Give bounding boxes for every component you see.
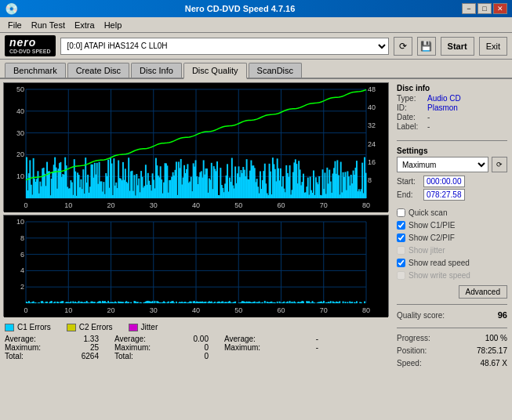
c1-total-value: 6264 [82, 352, 99, 360]
jitter-legend: Jitter [129, 323, 158, 331]
maximize-button[interactable]: □ [478, 3, 492, 14]
app-icon: 💿 [5, 2, 18, 15]
menu-file[interactable]: File [3, 19, 27, 31]
end-row: End: 078:27.58 [397, 189, 507, 201]
quality-score-row: Quality score: 96 [397, 310, 507, 320]
c2pif-label: Show C2/PIF [409, 234, 455, 242]
logo-top: nero [9, 37, 51, 49]
c2pif-checkbox[interactable] [397, 234, 405, 242]
chart-area: C1 Errors C2 Errors Jitter Average: 1.33… [0, 79, 392, 419]
jitter-checkbox[interactable] [397, 246, 405, 255]
position-label: Position: [397, 346, 427, 355]
speed-select[interactable]: Maximum [397, 157, 488, 172]
speed-row: Maximum ⟳ [397, 157, 507, 172]
jitter-max-label: Maximum: [224, 343, 260, 352]
settings-title: Settings [397, 147, 507, 155]
save-icon-button[interactable]: 💾 [417, 37, 436, 56]
bottom-chart [3, 215, 389, 317]
right-panel: Disc info Type: Audio CD ID: Plasmon Dat… [392, 79, 512, 419]
jitter-row: Show jitter [397, 246, 507, 255]
c2-total-value: 0 [204, 352, 209, 360]
menu-run-test[interactable]: Run Test [27, 19, 70, 31]
tab-bar: Benchmark Create Disc Disc Info Disc Qua… [0, 60, 512, 79]
jitter-avg-value: - [316, 335, 318, 343]
logo-bottom: CD·DVD SPEED [9, 49, 51, 55]
jitter-label: Jitter [141, 323, 158, 331]
tab-create-disc[interactable]: Create Disc [67, 63, 129, 78]
id-label: ID: [397, 103, 424, 112]
c1-total-label: Total: [5, 352, 24, 360]
menu-bar: File Run Test Extra Help [0, 17, 512, 33]
quality-score-label: Quality score: [397, 311, 445, 320]
divider-3 [397, 328, 507, 328]
start-button[interactable]: Start [441, 37, 474, 56]
disc-info-section: Disc info Type: Audio CD ID: Plasmon Dat… [397, 84, 507, 132]
c2-avg-value: 0.00 [194, 335, 209, 343]
progress-row: Progress: 100 % [397, 334, 507, 342]
title-bar: 💿 Nero CD-DVD Speed 4.7.16 − □ ✕ [0, 0, 512, 17]
jitter-color [129, 324, 138, 331]
drive-select[interactable]: [0:0] ATAPI iHAS124 C LL0H [60, 38, 389, 55]
position-row: Position: 78:25.17 [397, 346, 507, 355]
write-speed-row: Show write speed [397, 271, 507, 280]
write-speed-label: Show write speed [409, 271, 470, 280]
jitter-stats: Average: - Maximum: - [224, 335, 318, 360]
c1-avg-label: Average: [5, 335, 36, 343]
c2-label: C2 Errors [79, 323, 113, 331]
type-label: Type: [397, 94, 424, 103]
toolbar: nero CD·DVD SPEED [0:0] ATAPI iHAS124 C … [0, 33, 512, 60]
exit-button[interactable]: Exit [479, 37, 507, 56]
c1-max-value: 25 [90, 343, 99, 352]
c1-stats: Average: 1.33 Maximum: 25 Total: 6264 [5, 335, 99, 360]
speed-row: Speed: 48.67 X [397, 359, 507, 368]
window-controls: − □ ✕ [462, 3, 507, 14]
tab-benchmark[interactable]: Benchmark [5, 63, 66, 78]
read-speed-checkbox[interactable] [397, 259, 405, 267]
c2-stats: Average: 0.00 Maximum: 0 Total: 0 [114, 335, 209, 360]
progress-value: 100 % [485, 334, 507, 342]
date-row: Date: - [397, 113, 507, 121]
settings-section: Settings Maximum ⟳ Start: 000:00.00 End:… [397, 147, 507, 202]
quick-scan-checkbox[interactable] [397, 208, 405, 217]
advanced-button[interactable]: Advanced [459, 285, 507, 299]
date-label: Date: [397, 113, 424, 121]
c2-max-value: 0 [204, 343, 209, 352]
menu-extra[interactable]: Extra [70, 19, 100, 31]
position-value: 78:25.17 [477, 346, 507, 355]
progress-label: Progress: [397, 334, 430, 342]
c1-avg-value: 1.33 [84, 335, 99, 343]
c2-color [67, 324, 76, 331]
quick-scan-label: Quick scan [409, 208, 447, 217]
menu-help[interactable]: Help [100, 19, 127, 31]
minimize-button[interactable]: − [462, 3, 476, 14]
chart-legend: C1 Errors C2 Errors Jitter [3, 320, 389, 335]
date-value: - [427, 113, 430, 121]
top-chart [3, 82, 389, 212]
close-button[interactable]: ✕ [493, 3, 507, 14]
c1pie-checkbox[interactable] [397, 221, 405, 230]
label-row: Label: - [397, 122, 507, 131]
c1pie-row: Show C1/PIE [397, 221, 507, 230]
c2-legend: C2 Errors [67, 323, 113, 331]
start-row: Start: 000:00.00 [397, 176, 507, 187]
c1-label: C1 Errors [17, 323, 51, 331]
divider-1 [397, 140, 507, 141]
disc-info-title: Disc info [397, 84, 507, 92]
settings-refresh-button[interactable]: ⟳ [492, 157, 507, 172]
type-row: Type: Audio CD [397, 94, 507, 103]
c1-legend: C1 Errors [5, 323, 51, 331]
stats-row: Average: 1.33 Maximum: 25 Total: 6264 Av… [3, 335, 389, 360]
write-speed-checkbox[interactable] [397, 271, 405, 280]
jitter-avg-label: Average: [224, 335, 256, 343]
quality-score-value: 96 [498, 310, 507, 320]
tab-disc-info[interactable]: Disc Info [131, 63, 182, 78]
refresh-icon-button[interactable]: ⟳ [394, 37, 412, 56]
tab-scan-disc[interactable]: ScanDisc [249, 63, 302, 78]
id-value: Plasmon [427, 103, 458, 112]
c2pif-row: Show C2/PIF [397, 234, 507, 242]
divider-2 [397, 304, 507, 305]
read-speed-label: Show read speed [409, 259, 470, 267]
main-content: C1 Errors C2 Errors Jitter Average: 1.33… [0, 79, 512, 419]
tab-disc-quality[interactable]: Disc Quality [183, 63, 247, 79]
c1-color [5, 324, 14, 331]
